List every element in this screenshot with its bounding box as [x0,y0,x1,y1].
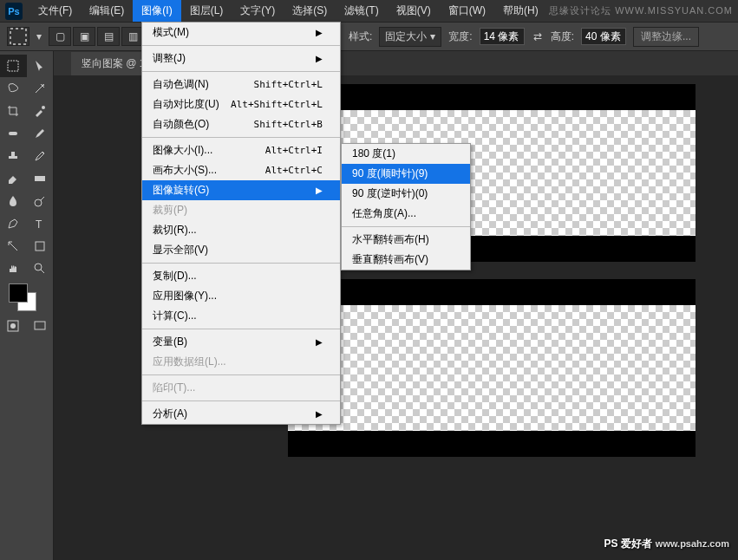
menu-item-label: 裁剪(P) [153,203,187,218]
shape-tool[interactable] [27,235,54,257]
screenmode-tool[interactable] [27,315,54,337]
rotate-submenu-item[interactable]: 90 度(顺时针)(9) [342,164,470,184]
menu-item-label: 自动颜色(O) [153,117,209,132]
canvas-black-top [288,84,696,110]
menu-item-label: 90 度(逆时针)(0) [352,186,428,201]
fg-color-swatch[interactable] [9,283,28,303]
app-logo: Ps [5,3,23,20]
selection-mode-group: ▢ ▣ ▤ ▥ [49,27,144,46]
menu-item-label: 陷印(T)... [153,381,195,395]
width-label: 宽度: [448,29,472,44]
menu-image[interactable]: 图像(I) [133,0,180,22]
menu-item-label: 应用图像(Y)... [153,289,217,303]
lasso-tool[interactable] [0,77,27,100]
style-select[interactable]: 固定大小▾ [379,27,441,47]
refine-edge-button[interactable]: 调整边缘... [633,27,699,47]
svg-point-11 [10,323,16,329]
image-menu-item[interactable]: 分析(A)▶ [142,404,340,424]
image-menu-item[interactable]: 变量(B)▶ [142,332,340,352]
path-tool[interactable] [0,235,27,257]
gradient-tool[interactable] [27,167,54,190]
eyedropper-tool[interactable] [27,100,54,122]
menu-item-label: 180 度(1) [352,147,395,161]
svg-text:T: T [36,218,42,231]
menu-edit[interactable]: 编辑(E) [81,0,133,22]
image-menu-item[interactable]: 自动颜色(O)Shift+Ctrl+B [142,114,340,134]
image-menu-item[interactable]: 显示全部(V) [142,240,340,260]
hand-tool[interactable] [0,257,27,280]
menu-separator [142,400,340,401]
menu-shortcut: Alt+Shift+Ctrl+L [231,99,323,110]
selection-new-icon[interactable]: ▢ [49,27,71,46]
image-menu-item[interactable]: 调整(J)▶ [142,49,340,68]
selection-subtract-icon[interactable]: ▤ [97,27,120,46]
image-menu-item[interactable]: 图像大小(I)...Alt+Ctrl+I [142,140,340,160]
move-tool[interactable] [27,55,54,77]
dodge-tool[interactable] [27,190,54,212]
svg-point-9 [35,264,42,270]
submenu-arrow-icon: ▶ [316,54,323,63]
options-bar: ▾ ▢ ▣ ▤ ▥ 样式: 固定大小▾ 宽度: ⇄ 高度: 调整边缘... [0,22,738,51]
image-menu-item[interactable]: 计算(C)... [142,306,340,326]
svg-point-3 [42,106,45,109]
crop-tool[interactable] [0,100,27,122]
menu-item-label: 应用数据组(L)... [153,355,226,369]
wand-tool[interactable] [27,77,54,100]
image-menu-item[interactable]: 应用图像(Y)... [142,286,340,306]
menu-item-label: 变量(B) [153,335,187,349]
svg-rect-5 [35,176,45,181]
menu-select[interactable]: 选择(S) [284,0,336,22]
rotate-submenu-item[interactable]: 90 度(逆时针)(0) [342,184,470,204]
marquee-tool[interactable] [0,55,27,77]
menu-view[interactable]: 视图(V) [388,0,440,22]
menu-help[interactable]: 帮助(H) [494,0,547,22]
menu-item-label: 画布大小(S)... [153,163,217,178]
height-input[interactable] [581,28,626,45]
style-label: 样式: [349,29,372,44]
stamp-tool[interactable] [0,145,27,167]
menu-window[interactable]: 窗口(W) [440,0,494,22]
menu-item-label: 分析(A) [153,407,187,421]
menu-shortcut: Shift+Ctrl+L [254,79,323,90]
quickmask-tool[interactable] [0,315,27,337]
menu-filter[interactable]: 滤镜(T) [336,0,387,22]
svg-point-6 [35,199,42,206]
image-menu-item[interactable]: 画布大小(S)...Alt+Ctrl+C [142,160,340,180]
blur-tool[interactable] [0,190,27,212]
image-menu-item[interactable]: 自动色调(N)Shift+Ctrl+L [142,75,340,94]
history-brush-tool[interactable] [27,145,54,167]
image-menu-item[interactable]: 图像旋转(G)▶ [142,180,340,200]
text-tool[interactable]: T [27,212,54,235]
image-menu-item[interactable]: 自动对比度(U)Alt+Shift+Ctrl+L [142,94,340,114]
svg-rect-1 [8,61,18,71]
canvas-document-2[interactable] [288,279,696,457]
rotate-submenu-item[interactable]: 垂直翻转画布(V) [342,250,470,270]
selection-add-icon[interactable]: ▣ [73,27,95,46]
swap-icon[interactable]: ⇄ [532,30,544,42]
menu-shortcut: Alt+Ctrl+C [265,165,323,176]
marquee-tool-icon[interactable] [7,27,29,46]
menu-item-label: 90 度(顺时针)(9) [352,166,428,181]
rotate-submenu-item[interactable]: 180 度(1) [342,144,470,164]
chevron-down-icon[interactable]: ▾ [36,30,42,42]
image-menu-item[interactable]: 模式(M)▶ [142,23,340,42]
image-menu-item[interactable]: 复制(D)... [142,266,340,286]
menu-type[interactable]: 文字(Y) [232,0,284,22]
menu-item-label: 水平翻转画布(H) [352,232,429,247]
submenu-arrow-icon: ▶ [316,337,323,347]
image-menu-item[interactable]: 裁切(R)... [142,220,340,240]
svg-rect-8 [36,242,44,251]
menu-separator [142,263,340,264]
zoom-tool[interactable] [27,257,54,280]
eraser-tool[interactable] [0,167,27,190]
healing-tool[interactable] [0,122,27,145]
width-input[interactable] [480,28,525,45]
rotate-submenu-item[interactable]: 任意角度(A)... [342,204,470,224]
menu-item-label: 模式(M) [153,25,189,40]
pen-tool[interactable] [0,212,27,235]
image-menu-item: 应用数据组(L)... [142,352,340,372]
menu-file[interactable]: 文件(F) [29,0,81,22]
menu-layer[interactable]: 图层(L) [181,0,232,22]
rotate-submenu-item[interactable]: 水平翻转画布(H) [342,230,470,250]
brush-tool[interactable] [27,122,54,145]
